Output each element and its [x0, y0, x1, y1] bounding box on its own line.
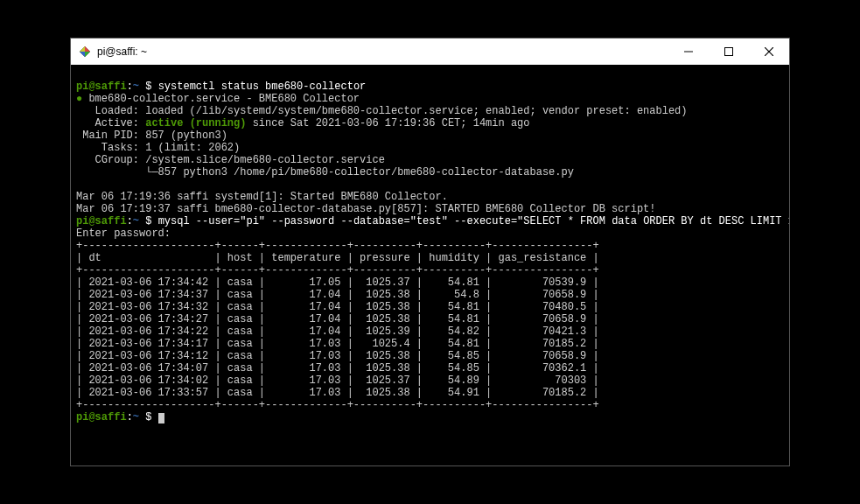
status-tasks: Tasks: 1 (limit: 2062): [76, 142, 240, 154]
prompt-user: pi: [76, 80, 88, 93]
table-header: | dt | host | temperature | pressure | h…: [76, 252, 599, 264]
prompt-user: pi: [76, 411, 88, 424]
svg-rect-6: [725, 48, 733, 56]
status-loaded: Loaded: loaded (/lib/systemd/system/bme6…: [76, 105, 688, 117]
terminal-window: pi@saffi: ~ pi@saffi:~ $ systemctl statu…: [70, 38, 790, 466]
svg-marker-3: [80, 52, 85, 57]
table-row: | 2021-03-06 17:34:32 | casa | 17.04 | 1…: [76, 301, 599, 313]
prompt-host: saffi: [95, 411, 127, 424]
prompt-line-2: pi@saffi:~ $ mysql --user="pi" --passwor…: [76, 215, 789, 228]
prompt-colon: :: [127, 411, 133, 424]
prompt-dollar: $: [145, 411, 151, 424]
status-active-line: Active: active (running) since Sat 2021-…: [76, 117, 530, 130]
prompt-at: @: [88, 411, 94, 424]
prompt-user: pi: [76, 215, 88, 228]
titlebar[interactable]: pi@saffi: ~: [71, 38, 789, 65]
command-1: systemctl status bme680-collector: [158, 80, 367, 93]
table-row: | 2021-03-06 17:34:37 | casa | 17.04 | 1…: [76, 289, 599, 301]
table-row: | 2021-03-06 17:34:02 | casa | 17.03 | 1…: [76, 374, 599, 387]
table-row: | 2021-03-06 17:34:17 | casa | 17.03 | 1…: [76, 338, 599, 350]
prompt-path: ~: [133, 411, 139, 424]
prompt-path: ~: [133, 215, 139, 228]
prompt-host: saffi: [95, 80, 127, 93]
prompt-line-3: pi@saffi:~ $: [76, 411, 164, 424]
table-row: | 2021-03-06 17:34:42 | casa | 17.05 | 1…: [76, 276, 599, 289]
app-icon: [78, 45, 92, 59]
active-suffix: since Sat 2021-03-06 17:19:36 CET; 14min…: [246, 117, 529, 130]
log-line-1: Mar 06 17:19:36 saffi systemd[1]: Starte…: [76, 191, 448, 203]
log-line-2: Mar 06 17:19:37 saffi bme680-collector-d…: [76, 203, 656, 215]
command-2: mysql --user="pi" --password --database=…: [158, 215, 789, 228]
prompt-at: @: [88, 80, 94, 93]
status-cgroup-proc: └─857 python3 /home/pi/bme680-collector/…: [76, 166, 574, 178]
window-title: pi@saffi: ~: [97, 46, 147, 58]
prompt-dollar: $: [145, 80, 151, 93]
close-button[interactable]: [749, 38, 789, 65]
status-cgroup: CGroup: /system.slice/bme680-collector.s…: [76, 154, 385, 166]
status-main-pid: Main PID: 857 (python3): [76, 130, 227, 142]
cursor: [158, 413, 164, 424]
table-row: | 2021-03-06 17:34:12 | casa | 17.03 | 1…: [76, 350, 599, 362]
prompt-host: saffi: [95, 215, 127, 228]
status-service-line: ● bme680-collector.service - BME680 Coll…: [76, 93, 360, 105]
prompt-colon: :: [127, 80, 133, 93]
table-border-top: +---------------------+------+----------…: [76, 240, 599, 252]
prompt-colon: :: [127, 215, 133, 228]
table-row: | 2021-03-06 17:33:57 | casa | 17.03 | 1…: [76, 387, 599, 399]
prompt-dollar: $: [145, 215, 151, 228]
table-border-bot: +---------------------+------+----------…: [76, 399, 599, 411]
svg-marker-2: [85, 52, 90, 57]
enter-password: Enter password:: [76, 228, 171, 240]
minimize-button[interactable]: [668, 38, 709, 65]
service-name: bme680-collector.service - BME680 Collec…: [82, 93, 360, 105]
prompt-line-1: pi@saffi:~ $ systemctl status bme680-col…: [76, 80, 366, 93]
maximize-button[interactable]: [709, 38, 749, 65]
terminal-body[interactable]: pi@saffi:~ $ systemctl status bme680-col…: [71, 65, 789, 466]
svg-marker-1: [85, 46, 90, 52]
table-row: | 2021-03-06 17:34:22 | casa | 17.04 | 1…: [76, 326, 599, 338]
table-row: | 2021-03-06 17:34:27 | casa | 17.04 | 1…: [76, 313, 599, 326]
prompt-at: @: [88, 215, 94, 228]
svg-marker-4: [80, 46, 85, 52]
active-state: active (running): [145, 117, 246, 130]
prompt-path: ~: [133, 80, 139, 93]
table-border-mid: +---------------------+------+----------…: [76, 264, 599, 276]
table-row: | 2021-03-06 17:34:07 | casa | 17.03 | 1…: [76, 362, 599, 374]
active-prefix: Active:: [76, 117, 145, 130]
